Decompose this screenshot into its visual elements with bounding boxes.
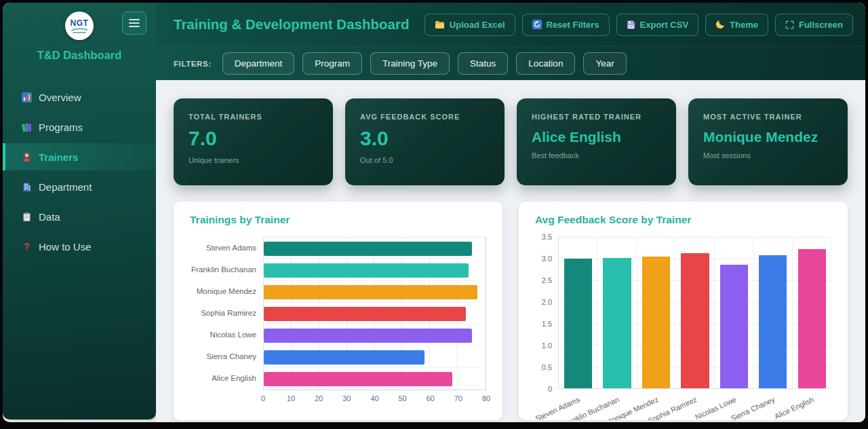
sidebar-item-overview[interactable]: Overview — [3, 83, 156, 111]
logo-tagline — [73, 32, 86, 33]
sidebar: NGT T&D Dashboard Overview Programs — [3, 3, 156, 419]
bar-nicolas-lowe[interactable] — [720, 265, 748, 388]
category-label: Steven Adams — [190, 237, 263, 259]
bar-slot — [753, 237, 792, 388]
chart-title: Trainings by Trainer — [190, 214, 486, 226]
kpi-card-most-active-trainer: MOST ACTIVE TRAINER Monique Mendez Most … — [688, 98, 848, 185]
folder-icon — [435, 20, 445, 29]
sidebar-item-department[interactable]: Department — [3, 173, 156, 200]
moon-icon — [715, 20, 725, 29]
bar-franklin-buchanan[interactable] — [603, 258, 631, 388]
plot-area — [263, 237, 486, 390]
axis-tick-label: 2.0 — [542, 298, 552, 306]
question-mark-icon: ? — [20, 241, 33, 252]
hamburger-icon — [129, 18, 140, 28]
button-label: Upload Excel — [450, 20, 505, 30]
logo-swoosh — [71, 28, 88, 31]
button-label: Export CSV — [640, 20, 689, 30]
chart-title: Avg Feedback Score by Trainer — [535, 214, 831, 226]
bar-row — [264, 324, 486, 346]
books-icon — [20, 122, 33, 132]
axis-tick-label: 60 — [427, 394, 435, 403]
kpi-label: MOST ACTIVE TRAINER — [703, 113, 833, 121]
kpi-subtext: Best feedback — [532, 151, 661, 160]
sidebar-item-how-to-use[interactable]: ? How to Use — [3, 233, 156, 260]
kpi-value: 7.0 — [189, 127, 318, 150]
button-label: Theme — [730, 20, 758, 30]
filter-location-button[interactable]: Location — [516, 52, 575, 75]
kpi-subtext: Out of 5.0 — [360, 156, 490, 164]
bar-steven-adams[interactable] — [264, 242, 472, 256]
upload-excel-button[interactable]: Upload Excel — [425, 14, 515, 36]
filter-year-button[interactable]: Year — [583, 52, 626, 75]
sidebar-item-label: Department — [39, 181, 92, 193]
trainings-by-trainer-chart: Steven AdamsFranklin BuchananMonique Men… — [190, 237, 486, 404]
axis-tick-label: 50 — [399, 394, 407, 403]
reset-icon — [532, 20, 542, 29]
kpi-card-avg-feedback-score: AVG FEEDBACK SCORE 3.0 Out of 5.0 — [345, 98, 505, 185]
export-csv-button[interactable]: Export CSV — [616, 14, 699, 36]
ngt-logo: NGT — [65, 12, 94, 40]
sidebar-item-data[interactable]: Data — [3, 203, 156, 230]
charts-row: Trainings by Trainer Steven AdamsFrankli… — [174, 202, 848, 420]
axis-tick-label: 10 — [287, 394, 295, 403]
sidebar-item-label: How to Use — [39, 241, 92, 253]
bar-row — [264, 303, 486, 324]
bar-nicolas-lowe[interactable] — [264, 329, 472, 343]
content-area: Training & Development Dashboard Upload … — [156, 3, 865, 422]
bar-row — [264, 259, 486, 281]
avg-feedback-score-chart-card: Avg Feedback Score by Trainer 3.53.02.52… — [519, 202, 848, 420]
category-label: Sophia Ramirez — [190, 302, 263, 324]
kpi-value: 3.0 — [360, 127, 490, 150]
top-header: Training & Development Dashboard Upload … — [156, 3, 865, 46]
bar-monique-mendez[interactable] — [642, 257, 670, 388]
bar-monique-mendez[interactable] — [264, 285, 477, 299]
bar-sophia-ramirez[interactable] — [264, 307, 466, 321]
bar-sierra-chaney[interactable] — [264, 350, 425, 365]
header-actions: Upload Excel Reset Filters Export CSV — [425, 14, 853, 36]
axis-tick-label: 70 — [454, 394, 462, 403]
kpi-label: TOTAL TRAINERS — [189, 113, 318, 121]
category-label: Franklin Buchanan — [190, 259, 263, 280]
sidebar-item-trainers[interactable]: Trainers — [3, 143, 156, 170]
hamburger-menu-button[interactable] — [122, 12, 146, 35]
category-axis: Steven AdamsFranklin BuchananMonique Men… — [190, 237, 263, 390]
sidebar-item-programs[interactable]: Programs — [3, 113, 156, 141]
bar-chart-icon — [20, 92, 33, 102]
bar-alice-english[interactable] — [264, 372, 452, 386]
button-label: Fullscreen — [799, 20, 843, 30]
axis-tick-label: 3.0 — [542, 255, 552, 263]
category-label: Monique Mendez — [190, 280, 263, 302]
bar-sophia-ramirez[interactable] — [681, 253, 709, 388]
bar-sierra-chaney[interactable] — [759, 255, 787, 388]
kpi-card-total-trainers: TOTAL TRAINERS 7.0 Unique trainers — [174, 98, 333, 185]
sidebar-title: T&D Dashboard — [3, 49, 156, 62]
reset-filters-button[interactable]: Reset Filters — [522, 14, 610, 36]
app-window: NGT T&D Dashboard Overview Programs — [3, 3, 865, 422]
bar-slot — [793, 237, 831, 388]
value-axis: 3.53.02.52.01.51.00.50 — [535, 237, 558, 389]
horizontal-bar-plot: Steven AdamsFranklin BuchananMonique Men… — [190, 237, 486, 390]
sidebar-item-label: Programs — [39, 122, 83, 133]
fullscreen-icon — [785, 20, 794, 29]
sidebar-item-label: Trainers — [39, 151, 78, 163]
bar-franklin-buchanan[interactable] — [264, 263, 469, 278]
floppy-disk-icon — [627, 20, 635, 29]
filter-training-type-button[interactable]: Training Type — [370, 52, 450, 75]
bar-slot — [675, 237, 714, 388]
filter-status-button[interactable]: Status — [458, 52, 508, 75]
bar-steven-adams[interactable] — [564, 259, 592, 388]
value-axis: 01020304050607080 — [263, 390, 486, 404]
category-label: Nicolas Lowe — [190, 324, 263, 346]
bar-row — [264, 368, 486, 390]
axis-tick-label: 80 — [482, 394, 490, 403]
filter-department-button[interactable]: Department — [222, 52, 295, 75]
teacher-icon — [20, 152, 33, 162]
kpi-value: Alice English — [532, 129, 661, 145]
filter-program-button[interactable]: Program — [302, 52, 362, 75]
bar-row — [264, 281, 486, 303]
vertical-bar-plot: 3.53.02.52.01.51.00.50 — [535, 237, 831, 389]
bar-alice-english[interactable] — [798, 249, 826, 388]
fullscreen-button[interactable]: Fullscreen — [775, 14, 853, 36]
theme-toggle-button[interactable]: Theme — [705, 14, 768, 36]
